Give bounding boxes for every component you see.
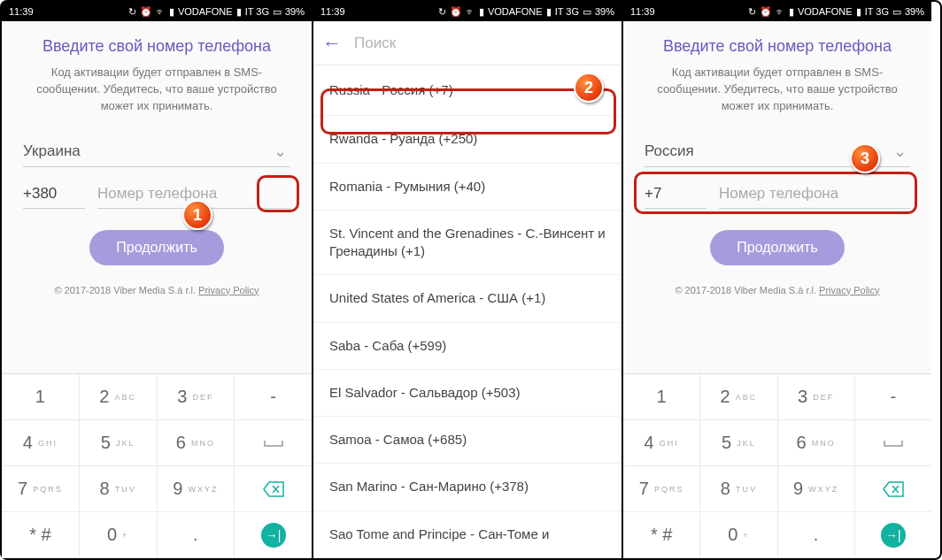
country-value: Украина — [23, 142, 269, 160]
key-7[interactable]: 7PQRS — [2, 466, 80, 512]
key-7[interactable]: 7PQRS — [623, 466, 700, 512]
country-item-russia[interactable]: Russia - Россия (+7) ✓ — [313, 65, 622, 116]
key-digit: 2 — [99, 387, 109, 407]
key-2[interactable]: 2ABC — [80, 374, 158, 420]
key-4[interactable]: 4GHI — [623, 420, 700, 466]
key-digit: 9 — [793, 479, 803, 499]
key--[interactable]: - — [855, 374, 931, 420]
key-9[interactable]: 9WXYZ — [158, 466, 236, 512]
country-item[interactable]: Sao Tome and Principe - Сан-Томе и — [313, 511, 622, 558]
country-selector[interactable]: Украина ⌄ — [23, 136, 290, 167]
country-item[interactable]: United States of America - США (+1) — [313, 275, 622, 322]
key-digit: 8 — [100, 479, 110, 499]
country-item-label: Samoa - Самоа (+685) — [329, 431, 467, 449]
country-item[interactable]: El Salvador - Сальвадор (+503) — [313, 370, 622, 417]
key-letters: + — [743, 531, 749, 540]
key-letters: GHI — [660, 439, 679, 448]
key-letters: JKL — [116, 439, 135, 448]
key-digit: 0 — [728, 525, 737, 545]
country-item-label: San Marino - Сан-Марино (+378) — [329, 478, 529, 495]
page-title: Введите свой номер телефона — [23, 37, 290, 56]
country-selector[interactable]: Россия ⌄ — [645, 136, 910, 167]
key-5[interactable]: 5JKL — [80, 420, 158, 466]
key-0[interactable]: 0+ — [700, 512, 777, 558]
key-4[interactable]: 4GHI — [2, 420, 80, 466]
key-3[interactable]: 3DEF — [778, 374, 855, 420]
key-letters: ABC — [736, 393, 758, 402]
status-bar: 11:39 ↻ ⏰ ᯤ ▮ VODAFONE ▮ IT 3G ▭ 39% — [313, 2, 622, 21]
wifi-icon: ᯤ — [466, 6, 475, 17]
key-9[interactable]: 9WXYZ — [778, 466, 855, 512]
key-.[interactable]: . — [158, 512, 236, 558]
country-item[interactable]: Romania - Румыния (+40) — [313, 164, 622, 211]
space-key[interactable] — [855, 420, 931, 466]
key-digit: 3 — [177, 387, 187, 407]
key-2[interactable]: 2ABC — [700, 374, 777, 420]
signal-icon: ▮ — [169, 6, 174, 18]
country-item[interactable]: Rwanda - Руанда (+250) — [313, 116, 622, 163]
key-digit: 8 — [721, 479, 730, 499]
country-item-label: Romania - Румыния (+40) — [329, 178, 485, 196]
back-arrow-icon[interactable]: ← — [322, 32, 342, 55]
keypad: 12ABC3DEF-4GHI5JKL6MNO7PQRS8TUV9WXYZ* #0… — [623, 373, 931, 558]
key-letters: GHI — [38, 439, 58, 448]
backspace-key[interactable] — [855, 466, 931, 512]
country-item-label: United States of America - США (+1) — [329, 289, 545, 307]
status-time: 11:39 — [9, 6, 34, 17]
key-digit: 4 — [23, 433, 33, 453]
key-digit: 6 — [176, 433, 186, 453]
chevron-down-icon: ⌄ — [269, 142, 290, 161]
key-letters: TUV — [736, 485, 757, 494]
search-input[interactable]: Поиск — [354, 35, 396, 52]
key--[interactable]: - — [235, 374, 312, 420]
battery-pct: 39% — [905, 6, 924, 17]
battery-pct: 39% — [285, 6, 305, 17]
country-item[interactable]: St. Vincent and the Grenadines - С.-Винс… — [313, 211, 622, 276]
key-5[interactable]: 5JKL — [700, 420, 777, 466]
key-digit: - — [270, 387, 276, 407]
key-letters: MNO — [191, 439, 215, 448]
status-bar: 11:39 ↻ ⏰ ᯤ ▮ VODAFONE ▮ IT 3G ▭ 39% — [623, 2, 931, 21]
space-key[interactable] — [235, 420, 312, 466]
continue-button[interactable]: Продолжить — [89, 230, 223, 265]
key-letters: PQRS — [654, 485, 684, 494]
phone-2: 11:39 ↻ ⏰ ᯤ ▮ VODAFONE ▮ IT 3G ▭ 39% ← П… — [312, 2, 622, 558]
check-icon: ✓ — [592, 80, 606, 101]
country-item-label: Saba - Саба (+599) — [329, 337, 446, 355]
sync-icon: ↻ — [128, 6, 136, 18]
copyright: © 2017-2018 Viber Media S.à r.l. — [675, 285, 819, 295]
key-8[interactable]: 8TUV — [700, 466, 777, 512]
country-item[interactable]: San Marino - Сан-Марино (+378) — [313, 464, 622, 510]
key-1[interactable]: 1 — [2, 374, 80, 420]
key-* #[interactable]: * # — [2, 512, 80, 558]
country-item[interactable]: Saba - Саба (+599) — [313, 323, 622, 370]
backspace-key[interactable] — [235, 466, 312, 512]
page-subtitle: Код активации будет отправлен в SMS-сооб… — [645, 65, 910, 115]
privacy-policy-link[interactable]: Privacy Policy — [198, 285, 259, 295]
key-letters: WXYZ — [188, 485, 218, 494]
battery-icon: ▭ — [892, 6, 901, 18]
privacy-policy-link[interactable]: Privacy Policy — [819, 285, 879, 295]
footer: © 2017-2018 Viber Media S.à r.l. Privacy… — [23, 285, 290, 295]
key-3[interactable]: 3DEF — [158, 374, 236, 420]
country-item[interactable]: Samoa - Самоа (+685) — [313, 417, 622, 464]
key-digit: 7 — [18, 479, 27, 499]
key-6[interactable]: 6MNO — [778, 420, 855, 466]
continue-button[interactable]: Продолжить — [710, 230, 844, 265]
key-1[interactable]: 1 — [623, 374, 700, 420]
go-key[interactable]: →| — [855, 512, 931, 558]
key-letters: PQRS — [33, 485, 63, 494]
battery-icon: ▭ — [583, 6, 591, 18]
key-digit: . — [193, 525, 198, 545]
phone-input[interactable]: Номер телефона — [97, 180, 290, 209]
status-time: 11:39 — [320, 6, 345, 17]
key-letters: ABC — [114, 393, 136, 402]
key-.[interactable]: . — [778, 512, 855, 558]
go-key[interactable]: →| — [235, 512, 312, 558]
key-8[interactable]: 8TUV — [80, 466, 158, 512]
phone-input[interactable]: Номер телефона — [719, 180, 910, 209]
key-0[interactable]: 0+ — [80, 512, 158, 558]
key-* #[interactable]: * # — [623, 512, 700, 558]
country-code: +380 — [23, 180, 85, 209]
key-6[interactable]: 6MNO — [158, 420, 236, 466]
